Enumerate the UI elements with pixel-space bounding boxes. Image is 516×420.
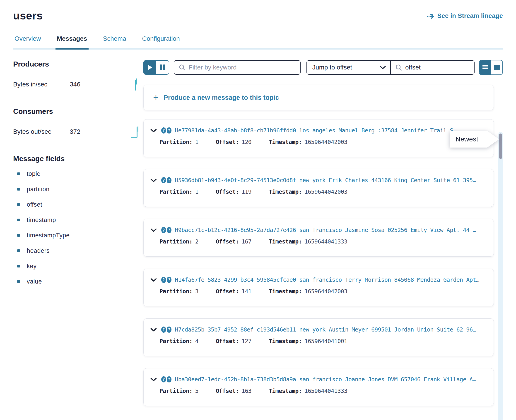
expand-chevron-icon[interactable]: [150, 228, 157, 232]
message-fields-list: topic partition offset timestamp timesta…: [13, 166, 143, 289]
messages-panel: Jump to offset: [143, 60, 503, 418]
partition-label: Partition:: [160, 288, 193, 295]
field-item-topic[interactable]: topic: [13, 166, 143, 181]
timestamp-value: 1659644041333: [304, 238, 347, 245]
timestamp-label: Timestamp:: [269, 139, 302, 145]
produce-message-button[interactable]: + Produce a new message to this topic: [143, 85, 494, 110]
offset-label: Offset:: [216, 388, 239, 394]
message-row[interactable]: ? ? Hba30eed7-1edc-452b-8b1a-738d3b5d8a9…: [143, 368, 494, 406]
field-item-timestamp[interactable]: timestamp: [13, 212, 143, 228]
replacement-char-icon: ?: [161, 327, 166, 333]
expand-chevron-icon[interactable]: [150, 178, 157, 182]
tab-bar: Overview Messages Schema Configuration: [13, 35, 503, 50]
pause-button[interactable]: [156, 61, 169, 74]
field-item-key[interactable]: key: [13, 258, 143, 274]
message-key: H9bacc71c-b12c-4216-8e95-2a7da727e426 sa…: [175, 227, 476, 233]
bytes-in-sparkline: [131, 77, 140, 91]
timestamp-value: 1659644042003: [304, 288, 347, 295]
field-item-offset[interactable]: offset: [13, 197, 143, 212]
message-meta: Partition:2 Offset:167 Timestamp:1659644…: [150, 238, 487, 245]
bytes-out-sparkline: [131, 125, 140, 139]
expand-chevron-icon[interactable]: [150, 328, 157, 332]
timestamp-value: 1659644041333: [304, 388, 347, 394]
message-key: H5936db81-b943-4e0f-8c29-74513e0c0d8f ne…: [175, 177, 476, 184]
message-meta: Partition:5 Offset:163 Timestamp:1659644…: [150, 388, 487, 394]
newest-tooltip: Newest: [450, 131, 499, 148]
field-item-partition[interactable]: partition: [13, 181, 143, 197]
expand-chevron-icon[interactable]: [150, 377, 157, 382]
message-row[interactable]: ? ? He77981da-4a43-48ab-b8f8-cb71b96ffdd…: [143, 119, 494, 157]
partition-value: 2: [195, 238, 199, 245]
partition-label: Partition:: [160, 188, 193, 195]
tab-configuration[interactable]: Configuration: [141, 35, 181, 48]
play-icon: [148, 65, 152, 70]
live-consume-toggle: [143, 60, 169, 75]
field-bullet-icon: [17, 219, 20, 221]
offset-label: Offset:: [216, 338, 239, 345]
offset-label: Offset:: [216, 288, 239, 295]
field-item-value[interactable]: value: [13, 274, 143, 289]
message-meta: Partition:1 Offset:119 Timestamp:1659644…: [150, 188, 487, 195]
offset-value: 163: [242, 388, 252, 394]
jump-select[interactable]: Jump to offset: [307, 61, 375, 74]
offset-value: 127: [242, 338, 252, 345]
view-mode-toggle: [479, 60, 503, 75]
offset-value: 167: [242, 238, 252, 245]
keyword-filter[interactable]: [174, 60, 300, 75]
newest-tooltip-label: Newest: [450, 131, 499, 148]
partition-label: Partition:: [160, 338, 193, 345]
message-row[interactable]: ? ? H9bacc71c-b12c-4216-8e95-2a7da727e42…: [143, 219, 494, 257]
play-button[interactable]: [144, 61, 156, 74]
expand-chevron-icon[interactable]: [150, 128, 157, 133]
list-view-button[interactable]: [479, 60, 491, 75]
bytes-out-value: 372: [70, 128, 80, 135]
offset-search-input[interactable]: [405, 64, 470, 71]
message-fields-heading: Message fields: [13, 155, 143, 163]
plus-icon: +: [153, 93, 159, 102]
bytes-out-metric: Bytes out/sec 372: [13, 125, 143, 139]
offset-search[interactable]: [391, 61, 474, 74]
tab-overview[interactable]: Overview: [13, 35, 42, 48]
partition-label: Partition:: [160, 388, 193, 394]
stream-lineage-label: See in Stream lineage: [437, 12, 503, 19]
topic-page: users See in Stream lineage Overview Mes…: [0, 0, 516, 420]
pause-icon: [160, 65, 165, 70]
field-item-timestampType[interactable]: timestampType: [13, 228, 143, 243]
search-icon: [395, 64, 402, 71]
message-row[interactable]: ? ? H7cda825b-35b7-4952-88ef-c193d546eb1…: [143, 318, 494, 356]
search-icon: [179, 64, 185, 71]
list-view-icon: [482, 64, 488, 71]
timestamp-value: 1659644041001: [304, 338, 347, 345]
chevron-down-icon[interactable]: [375, 61, 391, 74]
message-row[interactable]: ? ? H5936db81-b943-4e0f-8c29-74513e0c0d8…: [143, 169, 494, 207]
message-key: He77981da-4a43-48ab-b8f8-cb71b96ffdd0 lo…: [175, 127, 453, 134]
partition-value: 4: [195, 338, 199, 345]
message-list: ? ? He77981da-4a43-48ab-b8f8-cb71b96ffdd…: [143, 119, 494, 406]
stream-lineage-link[interactable]: See in Stream lineage: [426, 12, 503, 19]
split-view-button[interactable]: [491, 60, 502, 75]
keyword-filter-input[interactable]: [189, 64, 296, 71]
field-bullet-icon: [17, 234, 20, 237]
field-bullet-icon: [17, 265, 20, 268]
partition-value: 3: [195, 288, 199, 295]
page-header: users See in Stream lineage: [13, 9, 503, 22]
bytes-in-label: Bytes in/sec: [13, 81, 70, 88]
expand-chevron-icon[interactable]: [150, 278, 157, 282]
replacement-char-icon: ?: [161, 227, 166, 233]
messages-scrollbar-track[interactable]: [498, 132, 503, 420]
offset-value: 141: [242, 288, 252, 295]
tab-schema[interactable]: Schema: [102, 35, 128, 48]
field-bullet-icon: [17, 249, 20, 252]
tab-messages[interactable]: Messages: [55, 35, 89, 50]
messages-scrollbar-thumb[interactable]: [499, 134, 502, 159]
offset-value: 119: [242, 188, 252, 195]
produce-message-label: Produce a new message to this topic: [164, 94, 279, 101]
messages-toolbar: Jump to offset: [143, 60, 503, 75]
offset-label: Offset:: [216, 238, 239, 245]
message-meta: Partition:3 Offset:141 Timestamp:1659644…: [150, 288, 487, 295]
field-item-headers[interactable]: headers: [13, 243, 143, 258]
replacement-char-icon: ?: [167, 327, 171, 333]
partition-value: 1: [195, 139, 199, 145]
offset-label: Offset:: [216, 139, 239, 145]
message-row[interactable]: ? ? H14fa67fe-5823-4299-b3c4-595845cfcae…: [143, 269, 494, 306]
